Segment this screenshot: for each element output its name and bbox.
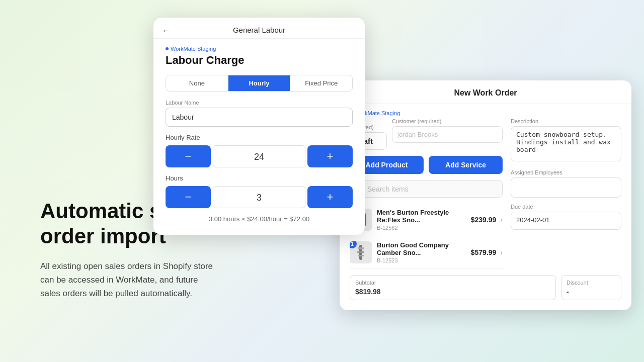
chevron-right-icon-1: › bbox=[500, 216, 503, 224]
due-date-value[interactable]: 2024-02-01 bbox=[511, 212, 621, 230]
product-item-2[interactable]: 1 Burton Good Company Camber Sno... B-12… bbox=[350, 236, 503, 269]
labour-name-field: Labour Name bbox=[166, 100, 353, 127]
subtotal-label: Subtotal bbox=[355, 280, 550, 286]
description-textarea[interactable]: Custom snowboard setup. Bindings install… bbox=[511, 126, 621, 161]
assigned-employees-input[interactable] bbox=[511, 177, 621, 198]
discount-box: Discount - bbox=[561, 275, 621, 300]
tab-fixed-price[interactable]: Fixed Price bbox=[290, 75, 352, 91]
labour-name-input[interactable] bbox=[166, 108, 353, 127]
labour-name-label: Labour Name bbox=[166, 100, 353, 106]
breadcrumb-dot bbox=[166, 47, 169, 50]
product-info-1: Men's Burton Freestyle Re:Flex Sno... B-… bbox=[377, 209, 471, 231]
customer-field: Customer (required) jordan Brooks bbox=[392, 118, 503, 150]
chevron-right-icon-2: › bbox=[500, 248, 503, 256]
bottom-row: Subtotal $819.98 Discount - bbox=[340, 275, 631, 300]
workorder-title: New Work Order bbox=[340, 80, 631, 104]
discount-label: Discount bbox=[567, 280, 616, 286]
subtotal-box: Subtotal $819.98 bbox=[350, 275, 556, 300]
wo-right-panel: Description Custom snowboard setup. Bind… bbox=[511, 118, 621, 269]
labour-card-header: ← General Labour bbox=[153, 18, 365, 39]
labour-card: ← General Labour WorkMate Staging Labour… bbox=[153, 18, 365, 235]
customer-label: Customer (required) bbox=[392, 118, 503, 124]
customer-value[interactable]: jordan Brooks bbox=[392, 126, 503, 143]
hours-stepper: − 3 + bbox=[166, 186, 353, 208]
hours-label: Hours bbox=[166, 174, 353, 182]
assigned-employees-label: Assigned Employees bbox=[511, 169, 621, 175]
wo-breadcrumb: WorkMate Staging bbox=[350, 110, 621, 116]
description-field: Description Custom snowboard setup. Bind… bbox=[511, 118, 621, 163]
calculation-text: 3.00 hours × $24.00/hour = $72.00 bbox=[153, 215, 365, 223]
product-info-2: Burton Good Company Camber Sno... B-1252… bbox=[377, 241, 471, 263]
workorder-card: New Work Order WorkMate Staging Status (… bbox=[340, 80, 631, 310]
due-date-field: Due date 2024-02-01 bbox=[511, 204, 621, 230]
labour-breadcrumb: WorkMate Staging bbox=[166, 46, 353, 52]
hourly-rate-value: 24 bbox=[213, 145, 305, 167]
labour-tabs: None Hourly Fixed Price bbox=[166, 75, 353, 92]
product-price-1: $239.99 bbox=[471, 216, 497, 224]
due-date-label: Due date bbox=[511, 204, 621, 210]
product-name-2: Burton Good Company Camber Sno... bbox=[377, 241, 471, 256]
product-sku-2: B-12523 bbox=[377, 257, 471, 263]
assigned-employees-field: Assigned Employees bbox=[511, 169, 621, 198]
product-sku-1: B-12562 bbox=[377, 225, 471, 231]
wo-actions: Add Product Add Service bbox=[350, 156, 503, 174]
discount-value[interactable]: - bbox=[567, 288, 616, 296]
hours-minus-btn[interactable]: − bbox=[166, 186, 211, 208]
hours-plus-btn[interactable]: + bbox=[307, 186, 353, 208]
hourly-rate-stepper: − 24 + bbox=[166, 145, 353, 167]
hourly-rate-minus-btn[interactable]: − bbox=[166, 145, 211, 167]
hourly-rate-label: Hourly Rate bbox=[166, 134, 353, 141]
hours-value: 3 bbox=[213, 186, 305, 208]
svg-rect-8 bbox=[357, 251, 364, 253]
description-label: Description bbox=[511, 118, 621, 124]
product-thumb-2: 1 bbox=[350, 241, 372, 263]
tab-hourly[interactable]: Hourly bbox=[228, 75, 291, 91]
svg-rect-9 bbox=[358, 255, 364, 256]
back-arrow-icon[interactable]: ← bbox=[162, 26, 171, 36]
product-name-1: Men's Burton Freestyle Re:Flex Sno... bbox=[377, 209, 471, 224]
labour-section-title: Labour Charge bbox=[166, 54, 353, 67]
search-bar[interactable]: Search items bbox=[350, 180, 503, 198]
tab-none[interactable]: None bbox=[166, 75, 228, 91]
search-input-placeholder: Search items bbox=[367, 185, 409, 193]
subtotal-value: $819.98 bbox=[355, 288, 550, 296]
product-item-1[interactable]: 1 Men's Burton Freestyle Re:Flex Sno... … bbox=[350, 204, 503, 236]
svg-rect-7 bbox=[358, 247, 364, 249]
add-service-button[interactable]: Add Service bbox=[429, 156, 503, 174]
hourly-rate-plus-btn[interactable]: + bbox=[307, 145, 353, 167]
hero-subtext: All existing open sales orders in Shopif… bbox=[40, 259, 322, 301]
product-price-2: $579.99 bbox=[471, 248, 497, 256]
